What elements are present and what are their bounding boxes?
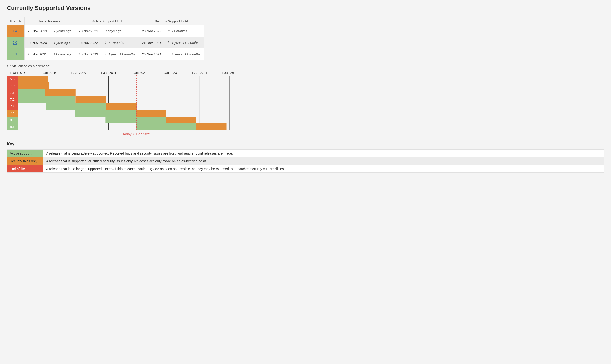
active-date: 26 Nov 2022 xyxy=(76,37,101,48)
branch-cell: 8.1 xyxy=(7,48,25,60)
initial-date: 26 Nov 2020 xyxy=(24,37,50,48)
year-tick: 1 Jan 2021 xyxy=(101,71,116,75)
version-label: 7.1 xyxy=(10,91,14,94)
active-bar xyxy=(76,110,136,117)
branch-cell: 8.0 xyxy=(7,37,25,48)
year-tick: 1 Jan 2024 xyxy=(191,71,207,75)
active-date: 25 Nov 2023 xyxy=(76,48,101,60)
initial-date: 25 Nov 2021 xyxy=(24,48,50,60)
initial-date: 28 Nov 2019 xyxy=(24,25,50,37)
active-bar xyxy=(136,123,196,130)
version-label: 8.0 xyxy=(10,118,14,122)
year-tick: 1 Jan 2020 xyxy=(70,71,86,75)
key-desc: A release that is supported for critical… xyxy=(43,157,604,165)
timeline-chart: 1 Jan 20181 Jan 20191 Jan 20201 Jan 2021… xyxy=(7,70,604,138)
version-label: 7.3 xyxy=(10,104,14,108)
table-header-row: Branch Initial Release Active Support Un… xyxy=(7,17,204,25)
security-bar xyxy=(196,123,226,130)
active-date: 28 Nov 2021 xyxy=(76,25,101,37)
year-tick: 1 Jan 2022 xyxy=(131,71,146,75)
security-bar xyxy=(76,96,106,103)
year-tick: 1 Jan 2023 xyxy=(161,71,177,75)
branch-link[interactable]: 8.0 xyxy=(13,40,17,45)
active-bar xyxy=(18,96,76,103)
key-label: Security fixes only xyxy=(7,157,43,165)
active-bar xyxy=(46,103,106,110)
key-row: Active supportA release that is being ac… xyxy=(7,150,604,157)
active-bar xyxy=(106,117,166,123)
key-label: Active support xyxy=(7,150,43,157)
active-rel: in 11 months xyxy=(101,37,139,48)
initial-rel: 1 year ago xyxy=(50,37,76,48)
key-row: End of lifeA release that is no longer s… xyxy=(7,165,604,173)
active-rel: 8 days ago xyxy=(101,25,139,37)
versions-table: Branch Initial Release Active Support Un… xyxy=(7,17,204,60)
security-rel: in 11 months xyxy=(165,25,204,37)
branch-link[interactable]: 8.1 xyxy=(13,52,17,56)
col-active: Active Support Until xyxy=(76,17,139,25)
year-tick: 1 Jan 2019 xyxy=(40,71,56,75)
key-label: End of life xyxy=(7,165,43,173)
key-desc: A release that is being actively support… xyxy=(43,150,604,157)
table-row: 8.026 Nov 20201 year ago26 Nov 2022in 11… xyxy=(7,37,204,48)
col-security: Security Support Until xyxy=(139,17,204,25)
initial-rel: 2 years ago xyxy=(50,25,76,37)
active-rel: in 1 year, 11 months xyxy=(101,48,139,60)
branch-link[interactable]: 7.4 xyxy=(13,29,17,33)
key-table: Active supportA release that is being ac… xyxy=(7,149,604,173)
table-row: 8.125 Nov 202111 days ago25 Nov 2023in 1… xyxy=(7,48,204,60)
col-initial: Initial Release xyxy=(24,17,76,25)
key-row: Security fixes onlyA release that is sup… xyxy=(7,157,604,165)
version-label: 8.1 xyxy=(10,125,14,129)
security-bar xyxy=(18,82,49,89)
page-title: Currently Supported Versions xyxy=(7,5,604,13)
security-rel: in 1 year, 11 months xyxy=(165,37,204,48)
key-heading: Key xyxy=(7,142,604,146)
version-label: 7.4 xyxy=(10,111,14,115)
version-label: 5.6 xyxy=(10,77,14,81)
security-bar xyxy=(136,110,166,117)
security-date: 28 Nov 2022 xyxy=(139,25,165,37)
col-branch: Branch xyxy=(7,17,25,25)
year-tick: 1 Jan 2018 xyxy=(10,71,26,75)
security-bar xyxy=(166,117,196,123)
initial-rel: 11 days ago xyxy=(50,48,76,60)
version-label: 7.0 xyxy=(10,84,14,88)
calendar-note: Or, visualised as a calendar: xyxy=(7,64,604,68)
key-desc: A release that is no longer supported. U… xyxy=(43,165,604,173)
security-date: 26 Nov 2023 xyxy=(139,37,165,48)
security-bar xyxy=(18,76,48,82)
today-label: Today: 6 Dec 2021 xyxy=(122,132,151,136)
branch-cell: 7.4 xyxy=(7,25,25,37)
active-bar xyxy=(18,89,45,96)
version-label: 7.2 xyxy=(10,98,14,101)
security-date: 25 Nov 2024 xyxy=(139,48,165,60)
security-bar xyxy=(45,89,76,96)
table-row: 7.428 Nov 20192 years ago28 Nov 20218 da… xyxy=(7,25,204,37)
security-bar xyxy=(106,103,137,110)
security-rel: in 2 years, 11 months xyxy=(165,48,204,60)
year-tick: 1 Jan 2025 xyxy=(222,71,234,75)
